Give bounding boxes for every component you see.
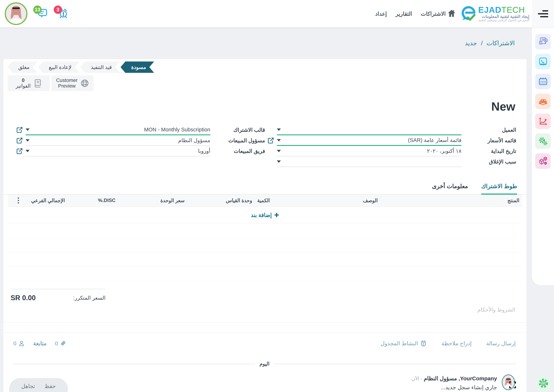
- template-input[interactable]: MON - Monthly Subscription: [26, 125, 210, 135]
- message-author[interactable]: YourCompany, مسؤول النظام: [424, 375, 497, 381]
- user-avatar[interactable]: [5, 2, 27, 25]
- terms-section: الشروط والأحكام: [3, 302, 527, 313]
- col-discount[interactable]: DISC.%: [95, 195, 142, 207]
- tab-subscription-lines[interactable]: طوط الاشتراك: [481, 183, 517, 195]
- sidebar-app-expenses-icon[interactable]: [535, 94, 551, 109]
- status-pill-to-renew[interactable]: لإعادة البيع: [38, 62, 79, 73]
- col-unit-price[interactable]: سعر الوحدة: [142, 195, 203, 207]
- menu-item-subscriptions[interactable]: الاشتراكات: [421, 11, 446, 17]
- col-product[interactable]: المنتج: [455, 195, 522, 207]
- field-start-date: تاريخ البداية ١٨ أكتوبر، ٢٠٢٠: [267, 146, 516, 156]
- close-reason-input[interactable]: [277, 156, 462, 167]
- fullscreen-button[interactable]: [509, 381, 516, 389]
- preview-label-line1: Customer: [56, 77, 78, 83]
- support-widget-button[interactable]: [535, 375, 551, 391]
- followers-count: 0: [13, 340, 16, 347]
- message-body: جاري إنشاء سجل جديد...: [411, 384, 497, 391]
- chevron-down-icon[interactable]: [277, 128, 281, 131]
- chevron-down-icon[interactable]: [277, 150, 281, 152]
- chevron-down-icon[interactable]: [277, 139, 281, 141]
- day-divider-label: اليوم: [259, 361, 270, 367]
- invoices-stat-button[interactable]: 0 الفواتير: [8, 75, 50, 91]
- message-author-line: YourCompany, مسؤول النظام - الآن: [411, 375, 497, 382]
- pricelist-external-link-icon[interactable]: [267, 137, 277, 144]
- breadcrumb-current: جديد: [465, 40, 477, 47]
- messages-count-badge: 13: [33, 6, 42, 14]
- col-subtotal[interactable]: الإجمالي الفرعي: [29, 195, 95, 207]
- col-quantity[interactable]: الكمية: [255, 195, 286, 207]
- alarm-clock-icon: [420, 340, 427, 347]
- status-pill-closed[interactable]: مغلق: [8, 62, 37, 73]
- chatter: إرسال رسالة إدراج ملاحظة النشاط المجدول …: [3, 332, 527, 392]
- attachments-count: 0: [55, 340, 58, 347]
- sales-team-external-link-icon[interactable]: [16, 148, 26, 154]
- salesperson-external-link-icon[interactable]: [16, 137, 26, 144]
- hamburger-menu-button[interactable]: [532, 0, 554, 27]
- save-discard-bar: حفظ تجاهل: [9, 378, 68, 392]
- field-pricelist: قائمه الأسعار قائمة أسعار عامة (SAR): [267, 135, 516, 146]
- salesperson-input[interactable]: مسؤول النظام: [26, 135, 210, 146]
- breadcrumb-separator: /: [481, 40, 483, 47]
- add-line-button[interactable]: إضافة بند: [251, 212, 279, 218]
- brand-tagline-1: إيجاد التقنية لتقنية المعلومات: [478, 14, 529, 19]
- follow-button[interactable]: متابعة: [33, 340, 47, 347]
- customer-input[interactable]: [277, 125, 462, 135]
- customer-preview-button[interactable]: Customer Preview: [51, 75, 93, 91]
- hamburger-icon: [538, 10, 548, 17]
- preview-label-line2: Preview: [58, 83, 76, 89]
- optional-columns-toggle[interactable]: [8, 195, 29, 207]
- template-label: قالب الاشتراك: [210, 127, 265, 133]
- menu-item-settings[interactable]: إعداد: [375, 11, 387, 17]
- followers-button[interactable]: 0: [13, 340, 25, 347]
- chevron-down-icon[interactable]: [26, 150, 29, 152]
- attachments-button[interactable]: 0: [55, 340, 66, 347]
- field-template: قالب الاشتراك MON - Monthly Subscription: [16, 125, 265, 135]
- menu-item-reports[interactable]: التقارير: [396, 11, 412, 17]
- schedule-activity-button[interactable]: النشاط المجدول: [381, 340, 427, 347]
- activities-menu-button[interactable]: 3: [58, 8, 68, 19]
- record-title: New: [3, 91, 527, 113]
- sidebar-app-accounting-icon[interactable]: $: [535, 34, 551, 49]
- chevron-down-icon[interactable]: [26, 128, 29, 131]
- globe-icon: [80, 79, 89, 87]
- send-message-button[interactable]: إرسال رسالة: [486, 340, 516, 347]
- col-uom[interactable]: وحدة القياس: [203, 195, 255, 207]
- kebab-icon: [11, 197, 26, 203]
- col-description[interactable]: الوصف: [286, 195, 455, 207]
- add-line-row: إضافة بند: [8, 207, 522, 223]
- status-pill-draft[interactable]: مسودة: [121, 62, 154, 73]
- sidebar-app-reporting-icon[interactable]: [535, 113, 551, 129]
- messages-menu-button[interactable]: 13: [38, 8, 48, 19]
- table-row[interactable]: [8, 267, 522, 281]
- terms-placeholder[interactable]: الشروط والأحكام: [477, 307, 515, 313]
- smart-button-row: Customer Preview 0 الفواتير: [3, 75, 527, 91]
- template-external-link-icon[interactable]: [16, 126, 26, 133]
- field-sales-team: فريق المبيعات أوروبا: [16, 146, 265, 156]
- breadcrumb-parent-link[interactable]: الاشتراكات: [487, 40, 515, 47]
- sidebar-app-settings-gears-icon[interactable]: [535, 133, 551, 149]
- sidebar-app-contacts-icon[interactable]: [535, 54, 551, 69]
- status-pill-in-progress[interactable]: قيد التنفيذ: [80, 62, 120, 73]
- sales-team-input[interactable]: أوروبا: [26, 146, 210, 156]
- table-row[interactable]: [8, 238, 522, 252]
- chevron-down-icon[interactable]: [277, 161, 281, 163]
- home-icon[interactable]: [447, 9, 455, 18]
- chevron-down-icon[interactable]: [26, 139, 29, 142]
- tab-other-info[interactable]: معلومات أخرى: [432, 183, 468, 194]
- start-date-input[interactable]: ١٨ أكتوبر، ٢٠٢٠: [277, 146, 462, 156]
- sidebar-app-inventory-icon[interactable]: [535, 153, 551, 169]
- brand-logo[interactable]: EJADTECH إيجاد التقنية لتقنية المعلومات …: [461, 6, 529, 22]
- table-row[interactable]: [8, 252, 522, 267]
- pricelist-input[interactable]: قائمة أسعار عامة (SAR): [277, 135, 462, 146]
- recurring-total-value: SR 0.00: [11, 294, 36, 302]
- table-row[interactable]: [8, 223, 522, 238]
- gear-icon: [538, 378, 549, 389]
- main-content: الاشتراكات / جديد مسودة قيد التنفيذ لإعا…: [3, 27, 527, 392]
- chatter-message: YourCompany, مسؤول النظام - الآن جاري إن…: [13, 373, 516, 391]
- invoices-count: 0: [22, 77, 24, 83]
- discard-button[interactable]: تجاهل: [21, 383, 35, 389]
- form-column-right: العميل قائمه الأسعار قائمة أسعار عامة (S…: [267, 125, 516, 167]
- sidebar-app-calendar-icon[interactable]: [535, 74, 551, 89]
- save-button[interactable]: حفظ: [44, 383, 56, 389]
- log-note-button[interactable]: إدراج ملاحظة: [441, 340, 471, 347]
